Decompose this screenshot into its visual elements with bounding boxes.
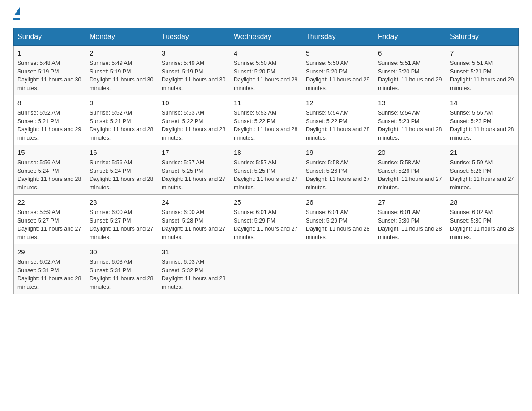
calendar-cell bbox=[230, 244, 302, 294]
day-info: Sunrise: 5:51 AMSunset: 5:21 PMDaylight:… bbox=[450, 60, 514, 91]
day-number: 9 bbox=[90, 98, 154, 107]
day-info: Sunrise: 5:57 AMSunset: 5:25 PMDaylight:… bbox=[162, 159, 225, 191]
calendar-cell bbox=[302, 244, 374, 294]
day-info: Sunrise: 5:51 AMSunset: 5:20 PMDaylight:… bbox=[378, 60, 442, 91]
day-number: 28 bbox=[450, 197, 515, 207]
calendar-header: SundayMondayTuesdayWednesdayThursdayFrid… bbox=[14, 28, 519, 46]
day-info: Sunrise: 6:01 AMSunset: 5:29 PMDaylight:… bbox=[306, 209, 369, 240]
day-number: 10 bbox=[162, 98, 226, 107]
calendar-cell: 17 Sunrise: 5:57 AMSunset: 5:25 PMDaylig… bbox=[158, 145, 230, 195]
day-info: Sunrise: 5:52 AMSunset: 5:21 PMDaylight:… bbox=[90, 110, 153, 141]
day-header-thursday: Thursday bbox=[302, 28, 374, 46]
day-info: Sunrise: 5:59 AMSunset: 5:27 PMDaylight:… bbox=[17, 209, 81, 240]
day-info: Sunrise: 6:02 AMSunset: 5:31 PMDaylight:… bbox=[17, 259, 81, 290]
day-info: Sunrise: 5:50 AMSunset: 5:20 PMDaylight:… bbox=[306, 60, 369, 91]
day-info: Sunrise: 5:53 AMSunset: 5:22 PMDaylight:… bbox=[162, 110, 225, 141]
day-number: 14 bbox=[450, 98, 515, 107]
day-number: 15 bbox=[17, 148, 82, 157]
calendar-table: SundayMondayTuesdayWednesdayThursdayFrid… bbox=[13, 28, 519, 294]
day-number: 2 bbox=[90, 48, 154, 58]
day-info: Sunrise: 6:00 AMSunset: 5:28 PMDaylight:… bbox=[162, 209, 225, 240]
calendar-cell: 30 Sunrise: 6:03 AMSunset: 5:31 PMDaylig… bbox=[86, 244, 158, 294]
day-number: 17 bbox=[162, 148, 226, 157]
calendar-cell: 20 Sunrise: 5:58 AMSunset: 5:26 PMDaylig… bbox=[374, 145, 446, 195]
calendar-cell: 21 Sunrise: 5:59 AMSunset: 5:26 PMDaylig… bbox=[446, 145, 519, 195]
day-info: Sunrise: 6:03 AMSunset: 5:31 PMDaylight:… bbox=[90, 259, 153, 290]
day-info: Sunrise: 5:49 AMSunset: 5:19 PMDaylight:… bbox=[90, 60, 153, 91]
day-number: 3 bbox=[162, 48, 226, 58]
day-number: 7 bbox=[450, 48, 515, 58]
day-info: Sunrise: 5:53 AMSunset: 5:22 PMDaylight:… bbox=[234, 110, 297, 141]
calendar-cell: 23 Sunrise: 6:00 AMSunset: 5:27 PMDaylig… bbox=[86, 195, 158, 244]
logo-triangle-icon bbox=[14, 7, 20, 15]
day-number: 8 bbox=[17, 98, 82, 107]
day-header-wednesday: Wednesday bbox=[230, 28, 302, 46]
day-number: 11 bbox=[234, 98, 298, 107]
day-info: Sunrise: 6:01 AMSunset: 5:30 PMDaylight:… bbox=[378, 209, 442, 240]
day-header-monday: Monday bbox=[86, 28, 158, 46]
day-header-friday: Friday bbox=[374, 28, 446, 46]
calendar-cell: 9 Sunrise: 5:52 AMSunset: 5:21 PMDayligh… bbox=[86, 95, 158, 145]
day-number: 21 bbox=[450, 148, 515, 157]
day-number: 29 bbox=[17, 247, 82, 257]
day-number: 24 bbox=[162, 197, 226, 207]
calendar-cell: 25 Sunrise: 6:01 AMSunset: 5:29 PMDaylig… bbox=[230, 195, 302, 244]
page-header bbox=[13, 9, 519, 20]
day-info: Sunrise: 5:58 AMSunset: 5:26 PMDaylight:… bbox=[378, 159, 442, 191]
day-number: 16 bbox=[90, 148, 154, 157]
calendar-cell: 27 Sunrise: 6:01 AMSunset: 5:30 PMDaylig… bbox=[374, 195, 446, 244]
calendar-cell: 8 Sunrise: 5:52 AMSunset: 5:21 PMDayligh… bbox=[14, 95, 86, 145]
day-info: Sunrise: 5:48 AMSunset: 5:19 PMDaylight:… bbox=[17, 60, 81, 91]
day-number: 20 bbox=[378, 148, 442, 157]
calendar-cell: 1 Sunrise: 5:48 AMSunset: 5:19 PMDayligh… bbox=[14, 46, 86, 95]
calendar-cell: 18 Sunrise: 5:57 AMSunset: 5:25 PMDaylig… bbox=[230, 145, 302, 195]
day-number: 18 bbox=[234, 148, 298, 157]
calendar-cell: 7 Sunrise: 5:51 AMSunset: 5:21 PMDayligh… bbox=[446, 46, 519, 95]
calendar-cell bbox=[446, 244, 519, 294]
day-info: Sunrise: 5:59 AMSunset: 5:26 PMDaylight:… bbox=[450, 159, 514, 191]
day-number: 27 bbox=[378, 197, 442, 207]
calendar-cell: 13 Sunrise: 5:54 AMSunset: 5:23 PMDaylig… bbox=[374, 95, 446, 145]
day-info: Sunrise: 6:01 AMSunset: 5:29 PMDaylight:… bbox=[234, 209, 297, 240]
calendar-cell: 22 Sunrise: 5:59 AMSunset: 5:27 PMDaylig… bbox=[14, 195, 86, 244]
calendar-cell: 15 Sunrise: 5:56 AMSunset: 5:24 PMDaylig… bbox=[14, 145, 86, 195]
calendar-cell: 6 Sunrise: 5:51 AMSunset: 5:20 PMDayligh… bbox=[374, 46, 446, 95]
calendar-cell: 2 Sunrise: 5:49 AMSunset: 5:19 PMDayligh… bbox=[86, 46, 158, 95]
calendar-cell: 24 Sunrise: 6:00 AMSunset: 5:28 PMDaylig… bbox=[158, 195, 230, 244]
calendar-cell: 19 Sunrise: 5:58 AMSunset: 5:26 PMDaylig… bbox=[302, 145, 374, 195]
day-header-tuesday: Tuesday bbox=[158, 28, 230, 46]
day-number: 25 bbox=[234, 197, 298, 207]
day-info: Sunrise: 5:50 AMSunset: 5:20 PMDaylight:… bbox=[234, 60, 297, 91]
logo-underline bbox=[13, 18, 20, 20]
week-row-2: 8 Sunrise: 5:52 AMSunset: 5:21 PMDayligh… bbox=[14, 95, 519, 145]
day-number: 26 bbox=[306, 197, 370, 207]
day-number: 31 bbox=[162, 247, 226, 257]
day-number: 6 bbox=[378, 48, 442, 58]
calendar-cell bbox=[374, 244, 446, 294]
calendar-cell: 4 Sunrise: 5:50 AMSunset: 5:20 PMDayligh… bbox=[230, 46, 302, 95]
calendar-cell: 11 Sunrise: 5:53 AMSunset: 5:22 PMDaylig… bbox=[230, 95, 302, 145]
calendar-cell: 26 Sunrise: 6:01 AMSunset: 5:29 PMDaylig… bbox=[302, 195, 374, 244]
days-of-week-row: SundayMondayTuesdayWednesdayThursdayFrid… bbox=[14, 28, 519, 46]
day-number: 4 bbox=[234, 48, 298, 58]
calendar-cell: 3 Sunrise: 5:49 AMSunset: 5:19 PMDayligh… bbox=[158, 46, 230, 95]
calendar-cell: 10 Sunrise: 5:53 AMSunset: 5:22 PMDaylig… bbox=[158, 95, 230, 145]
calendar-cell: 5 Sunrise: 5:50 AMSunset: 5:20 PMDayligh… bbox=[302, 46, 374, 95]
calendar-cell: 31 Sunrise: 6:03 AMSunset: 5:32 PMDaylig… bbox=[158, 244, 230, 294]
day-info: Sunrise: 5:58 AMSunset: 5:26 PMDaylight:… bbox=[306, 159, 369, 191]
day-number: 13 bbox=[378, 98, 442, 107]
week-row-4: 22 Sunrise: 5:59 AMSunset: 5:27 PMDaylig… bbox=[14, 195, 519, 244]
day-number: 22 bbox=[17, 197, 82, 207]
day-info: Sunrise: 6:03 AMSunset: 5:32 PMDaylight:… bbox=[162, 259, 225, 290]
day-header-sunday: Sunday bbox=[14, 28, 86, 46]
day-info: Sunrise: 5:56 AMSunset: 5:24 PMDaylight:… bbox=[90, 159, 153, 191]
logo bbox=[13, 9, 20, 20]
day-number: 12 bbox=[306, 98, 370, 107]
calendar-cell: 28 Sunrise: 6:02 AMSunset: 5:30 PMDaylig… bbox=[446, 195, 519, 244]
calendar-cell: 29 Sunrise: 6:02 AMSunset: 5:31 PMDaylig… bbox=[14, 244, 86, 294]
day-header-saturday: Saturday bbox=[446, 28, 519, 46]
day-number: 19 bbox=[306, 148, 370, 157]
day-info: Sunrise: 5:56 AMSunset: 5:24 PMDaylight:… bbox=[17, 159, 81, 191]
week-row-5: 29 Sunrise: 6:02 AMSunset: 5:31 PMDaylig… bbox=[14, 244, 519, 294]
calendar-body: 1 Sunrise: 5:48 AMSunset: 5:19 PMDayligh… bbox=[14, 46, 519, 294]
